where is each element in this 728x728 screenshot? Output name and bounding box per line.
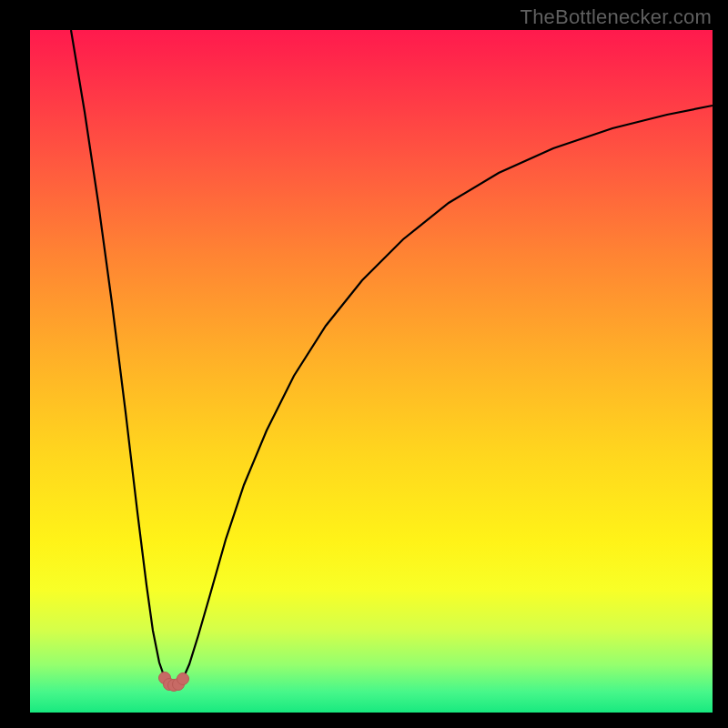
- bottleneck-curve: [71, 30, 713, 685]
- valley-marker-dot: [177, 673, 189, 685]
- valley-marker-group: [159, 672, 189, 692]
- bottleneck-chart-svg: [30, 30, 713, 713]
- watermark-text: TheBottlenecker.com: [521, 5, 712, 29]
